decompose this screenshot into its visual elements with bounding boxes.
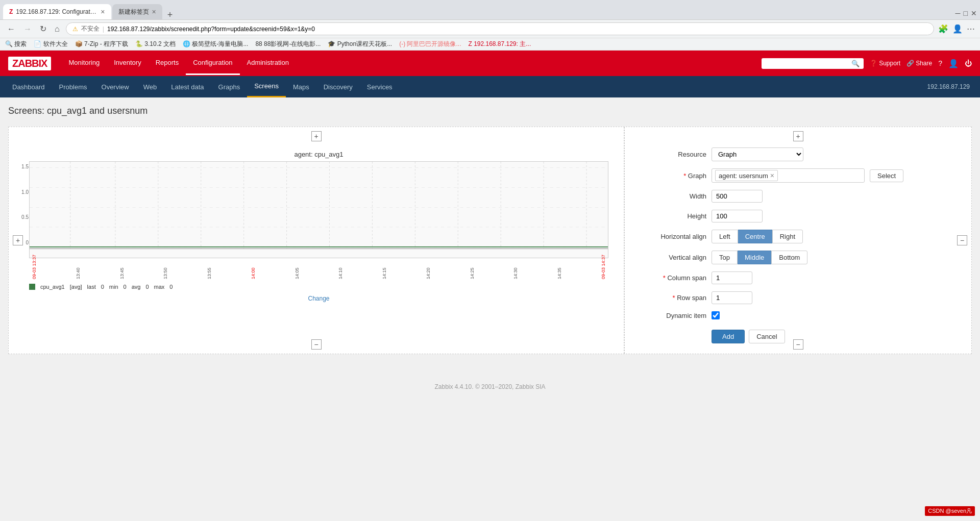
graph-tag: agent: usersnum × [715,170,778,181]
bookmark-88[interactable]: 88 88影视网-在线电影... [255,40,321,48]
valign-bottom-button[interactable]: Bottom [771,251,807,264]
header-search-input[interactable] [766,60,849,67]
browser-tab-2[interactable]: 新建标签页 × [112,4,162,19]
halign-left-button[interactable]: Left [712,230,738,243]
back-button[interactable]: ← [5,23,17,35]
resource-select[interactable]: Graph Clock Simple graph Map Plain text … [712,147,803,161]
rowspan-input[interactable] [712,291,752,304]
address-input[interactable] [107,26,927,33]
legend-last-label: last [87,284,96,290]
dynamic-checkbox[interactable] [712,311,720,319]
graph-tag-remove[interactable]: × [770,171,774,180]
bookmark-wallpaper[interactable]: 🌐 极简壁纸-海量电脑... [183,40,248,48]
share-link[interactable]: 🔗 Share [906,60,932,67]
add-col-top-right[interactable]: + [793,131,803,141]
required-star: * [683,172,688,180]
valign-top-button[interactable]: Top [712,251,738,264]
tab2-close[interactable]: × [152,8,156,16]
profile-button[interactable]: 👤 [952,24,963,34]
y-label-1: 1.5 [16,164,29,169]
bottom-minus-right[interactable]: − [793,339,803,350]
support-link[interactable]: ❓ Support [870,60,900,67]
zabbix-logo[interactable]: ZABBIX [8,57,51,70]
nav-monitoring[interactable]: Monitoring [61,52,107,75]
tab1-title: 192.168.87.129: Configuration of [16,8,97,15]
x-tick-10: 14:25 [470,255,475,279]
legend-name: cpu_avg1 [40,284,65,290]
halign-right-button[interactable]: Right [772,230,803,243]
rowspan-label: * Row span [640,294,706,302]
x-tick-5: 14:00 [251,255,256,279]
add-row-left[interactable]: + [13,235,23,245]
subnav-services[interactable]: Services [360,77,400,97]
subnav-overview[interactable]: Overview [94,77,136,97]
bookmark-software[interactable]: 📄 软件大全 [34,40,67,48]
x-tick-7: 14:10 [338,255,343,279]
extensions-button[interactable]: 🧩 [938,24,948,34]
select-button[interactable]: Select [870,169,903,182]
help-icon[interactable]: ? [938,59,942,67]
more-button[interactable]: ⋯ [967,24,975,34]
subnav-maps[interactable]: Maps [286,77,316,97]
app-header: ZABBIX Monitoring Inventory Reports Conf… [0,51,980,76]
address-bar[interactable]: ⚠ 不安全 | [66,22,934,35]
bookmark-search[interactable]: 🔍 搜索 [5,40,27,48]
browser-tabs-bar: Z 192.168.87.129: Configuration of × 新建标… [0,0,980,19]
halign-centre-button[interactable]: Centre [738,230,772,243]
nav-reports[interactable]: Reports [149,52,186,75]
colspan-input[interactable] [712,271,752,284]
bookmark-alibaba[interactable]: (-) 阿里巴巴开源镜像... [399,40,461,48]
legend-max-label: max [154,284,165,290]
nav-inventory[interactable]: Inventory [107,52,148,75]
form-row-colspan: * Column span [640,271,956,284]
subnav-problems[interactable]: Problems [52,77,94,97]
height-input[interactable] [712,210,763,222]
subnav-web[interactable]: Web [136,77,164,97]
bookmark-zabbix[interactable]: Z 192.168.87.129: 主... [468,40,531,48]
close-window-button[interactable]: ✕ [971,9,977,17]
remove-row-bottom-left[interactable]: − [311,339,322,350]
x-tick-9: 14:20 [426,255,431,279]
user-icon[interactable]: 👤 [948,59,959,68]
legend-avg-label: avg [132,284,141,290]
rowspan-required: * [673,294,677,302]
change-link[interactable]: Change [31,295,606,302]
graph-label: * Graph [640,172,706,180]
graph-tag-container: agent: usersnum × [712,168,865,183]
subnav-graphs[interactable]: Graphs [211,77,248,97]
browser-tab-1[interactable]: Z 192.168.87.129: Configuration of × [3,4,111,19]
halign-btn-group: Left Centre Right [712,230,803,243]
subnav-dashboard[interactable]: Dashboard [5,77,52,97]
logout-icon[interactable]: ⏻ [965,59,972,67]
tab1-close[interactable]: × [101,8,105,16]
subnav-screens[interactable]: Screens [247,76,286,97]
nav-configuration[interactable]: Configuration [186,52,239,75]
bookmark-python[interactable]: 🎓 Python课程天花板... [328,40,392,48]
form-row-height: Height [640,210,956,222]
page-title: Screens: cpu_avg1 and usersnum [8,106,972,116]
refresh-button[interactable]: ↻ [38,23,48,35]
add-button[interactable]: Add [712,330,745,343]
valign-middle-button[interactable]: Middle [738,251,771,264]
home-button[interactable]: ⌂ [53,23,62,35]
minimize-button[interactable]: ─ [955,9,961,17]
header-search-box[interactable]: 🔍 [762,58,864,69]
remove-row-right[interactable]: − [957,235,967,245]
bookmark-docs[interactable]: 🐍 3.10.2 文档 [135,40,176,48]
maximize-button[interactable]: □ [964,9,968,17]
new-tab-button[interactable]: + [163,10,177,19]
subnav-latestdata[interactable]: Latest data [164,77,211,97]
form-row-halign: Horizontal align Left Centre Right [640,230,956,243]
nav-administration[interactable]: Administration [240,52,296,75]
x-axis: 09-03 13:37 13:40 13:45 13:50 13:55 14:0… [30,255,608,279]
forward-button[interactable]: → [21,23,34,35]
bookmark-7zip[interactable]: 📦 7-Zip - 程序下载 [75,40,128,48]
cancel-button[interactable]: Cancel [749,330,785,343]
add-col-top-left[interactable]: + [311,131,322,141]
subnav-discovery[interactable]: Discovery [316,77,360,97]
form-row-rowspan: * Row span [640,291,956,304]
tab2-title: 新建标签页 [118,8,149,16]
page-footer: Zabbix 4.4.10. © 2001–2020, Zabbix SIA [0,373,980,401]
width-input[interactable] [712,190,763,203]
search-icon[interactable]: 🔍 [851,60,860,67]
